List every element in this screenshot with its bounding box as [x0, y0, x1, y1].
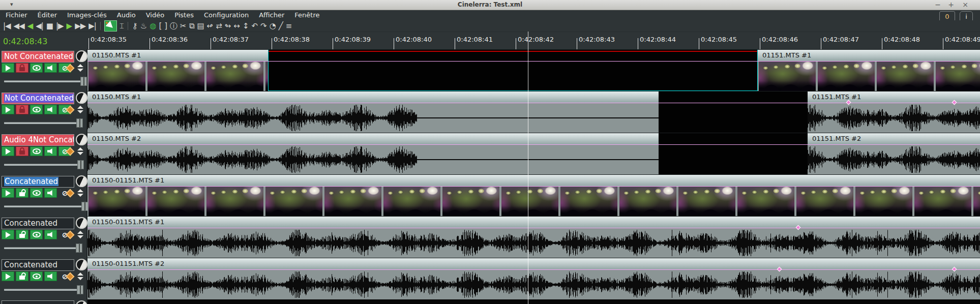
- menu-item[interactable]: Audio: [112, 10, 141, 20]
- menu-item[interactable]: Afficher: [254, 10, 289, 20]
- track-draw-button[interactable]: [44, 271, 57, 281]
- track-title-field[interactable]: Concatenated: [2, 218, 74, 229]
- audio-track-row[interactable]: 01150.MTS #201151.MTS #2: [87, 133, 980, 174]
- track-draw-button[interactable]: [44, 63, 57, 73]
- expand-knob[interactable]: [76, 50, 87, 62]
- track-fader[interactable]: [4, 244, 84, 253]
- minimize-button[interactable]: −: [932, 0, 943, 10]
- track-gang-button[interactable]: [30, 271, 43, 281]
- menu-item[interactable]: Images-clés: [62, 10, 112, 20]
- frame-forward-icon[interactable]: |▶: [54, 21, 65, 31]
- track-draw-button[interactable]: [44, 105, 57, 114]
- video-edit-clip[interactable]: 01150.MTS #1: [87, 50, 268, 91]
- empty-region[interactable]: [659, 133, 808, 174]
- timeline-canvas[interactable]: 01150.MTS #101151.MTS #101150.MTS #10115…: [87, 49, 980, 304]
- audio-edit-clip[interactable]: 01151.MTS #1: [808, 92, 980, 133]
- track-fader[interactable]: [4, 285, 84, 294]
- track-expander[interactable]: [77, 64, 83, 72]
- cut-icon[interactable]: ✂: [179, 21, 188, 31]
- playhead[interactable]: [528, 32, 528, 304]
- expand-knob[interactable]: [76, 175, 87, 187]
- swap-labels-icon[interactable]: ⇄: [214, 21, 223, 31]
- empty-region[interactable]: [659, 92, 808, 133]
- video-track-row[interactable]: 01150-01151.MTS #1: [87, 174, 980, 216]
- menu-item[interactable]: Fenêtre: [289, 10, 324, 20]
- audio-track-row[interactable]: 01150-01151.MTS #1: [87, 216, 980, 258]
- timebar[interactable]: 0:42:08:43 0:42:08:350:42:08:360:42:08:3…: [0, 32, 980, 49]
- track-arm-button[interactable]: [16, 63, 28, 73]
- track-title-field[interactable]: Concatenated: [2, 259, 74, 271]
- track-arm-button[interactable]: [16, 146, 28, 156]
- track-draw-button[interactable]: [44, 188, 57, 198]
- frame-reverse-icon[interactable]: ◀|: [34, 21, 45, 31]
- presets-icon[interactable]: ≡: [284, 21, 293, 31]
- paste-icon[interactable]: ▤: [195, 21, 205, 31]
- fit-selection-icon[interactable]: ↔: [232, 21, 241, 31]
- track-draw-button[interactable]: [44, 230, 57, 239]
- track-fader[interactable]: [4, 77, 84, 86]
- reverse-play-icon[interactable]: ◀: [26, 21, 35, 31]
- menu-item[interactable]: Éditer: [33, 10, 63, 20]
- video-track-row[interactable]: 01150.MTS #101151.MTS #1: [87, 49, 980, 91]
- redo-icon[interactable]: ↷: [259, 21, 268, 31]
- arrow-tool-icon[interactable]: [104, 20, 117, 32]
- track-title-field[interactable]: Concatenated: [2, 176, 74, 188]
- track-title-field[interactable]: Not Concatenated: [2, 93, 74, 104]
- track-play-button[interactable]: [2, 63, 14, 73]
- prev-label-icon[interactable]: ↫: [205, 21, 215, 31]
- audio-edit-clip[interactable]: 01150-01151.MTS #1: [87, 217, 980, 258]
- time-ruler[interactable]: 0:42:08:350:42:08:360:42:08:370:42:08:38…: [87, 32, 980, 50]
- track-gang-button[interactable]: [30, 105, 43, 114]
- track-gang-button[interactable]: [30, 146, 43, 156]
- undo-icon[interactable]: ↶: [250, 21, 259, 31]
- lock-keyframes-icon[interactable]: ◍: [148, 21, 157, 31]
- track-draw-button[interactable]: [44, 146, 57, 156]
- menu-item[interactable]: Pistes: [169, 10, 199, 20]
- fast-reverse-icon[interactable]: ◀◀: [12, 21, 26, 31]
- track-expander[interactable]: [77, 189, 83, 197]
- expand-knob[interactable]: [76, 217, 87, 229]
- menu-item[interactable]: Fichier: [1, 10, 33, 20]
- fader-handle[interactable]: [76, 118, 83, 128]
- track-play-button[interactable]: [2, 105, 14, 114]
- video-edit-clip[interactable]: 01150-01151.MTS #1: [87, 175, 980, 216]
- titlebar[interactable]: ▾ Cinelerra: Test.xml − + ×: [0, 0, 980, 10]
- fast-forward-icon[interactable]: ▶▶: [73, 21, 87, 31]
- track-arm-button[interactable]: [16, 188, 28, 198]
- maximize-button[interactable]: +: [945, 0, 957, 10]
- manual-goto-icon[interactable]: ◔: [268, 21, 277, 31]
- next-label-icon[interactable]: ↬: [223, 21, 232, 31]
- label-icon[interactable]: ⓘ: [168, 21, 179, 31]
- track-fader[interactable]: [4, 202, 84, 211]
- audio-edit-clip[interactable]: 01150.MTS #2: [87, 133, 659, 174]
- expand-knob[interactable]: [76, 92, 87, 104]
- ibeam-tool-icon[interactable]: ⌶: [118, 21, 125, 31]
- close-button[interactable]: ×: [960, 0, 971, 10]
- blade-icon[interactable]: ╱: [277, 21, 284, 31]
- in-point-icon[interactable]: [: [157, 21, 163, 31]
- audio-edit-clip[interactable]: 01150-01151.MTS #2: [87, 258, 980, 299]
- track-fader[interactable]: [4, 118, 84, 128]
- track-expander[interactable]: [77, 147, 83, 155]
- track-expander[interactable]: [77, 106, 83, 113]
- selected-empty-region[interactable]: [268, 49, 758, 91]
- audio-track-row[interactable]: 01150.MTS #101151.MTS #1: [87, 91, 980, 133]
- track-arm-button[interactable]: [16, 230, 28, 239]
- fit-autos-icon[interactable]: ↕: [241, 21, 250, 31]
- video-edit-clip[interactable]: 01151.MTS #1: [758, 50, 980, 91]
- fader-handle[interactable]: [77, 285, 83, 294]
- track-title-field[interactable]: Audio 4Not Concaten: [2, 134, 74, 146]
- track-arm-button[interactable]: [16, 105, 28, 114]
- fader-handle[interactable]: [77, 160, 84, 169]
- track-title-field[interactable]: Not Concatenated: [2, 51, 74, 63]
- track-arm-button[interactable]: [16, 271, 28, 281]
- goto-start-icon[interactable]: |◀: [2, 21, 12, 31]
- track-fader[interactable]: [4, 160, 84, 169]
- goto-end-icon[interactable]: ▶|: [87, 21, 98, 31]
- menu-item[interactable]: Vidéo: [141, 10, 169, 20]
- play-icon[interactable]: ▶: [65, 21, 74, 31]
- expand-knob[interactable]: [76, 134, 87, 145]
- track-play-button[interactable]: [2, 271, 14, 281]
- out-point-icon[interactable]: ]: [163, 21, 168, 31]
- track-play-button[interactable]: [2, 188, 14, 198]
